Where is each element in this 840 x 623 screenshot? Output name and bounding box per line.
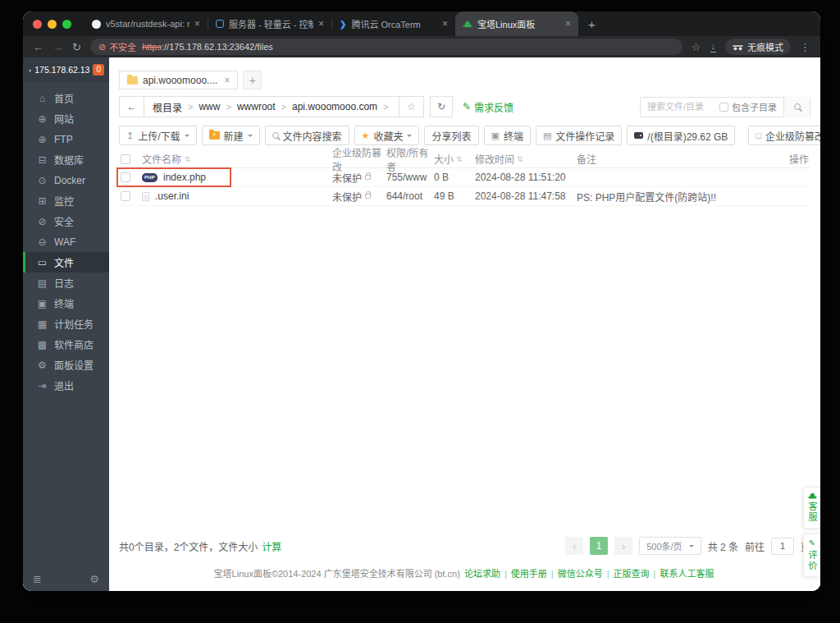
col-size[interactable]: 大小 — [434, 152, 454, 166]
sidebar-item-monitor[interactable]: ⊞监控 — [23, 190, 109, 211]
sort-icon[interactable]: ⇅ — [517, 155, 523, 163]
collapse-sidebar-icon[interactable]: ≣ — [33, 573, 42, 585]
sidebar-item-logs[interactable]: ▤日志 — [23, 273, 109, 293]
footer-link-wechat[interactable]: 微信公众号 — [558, 569, 603, 579]
forward-icon[interactable]: → — [52, 42, 63, 53]
tab-orcaterm[interactable]: ❯ 腾讯云 OrcaTerm × — [332, 11, 455, 36]
favorite-path-icon[interactable]: ☆ — [399, 97, 423, 117]
favorites-button[interactable]: ★收藏夹 — [354, 126, 420, 145]
back-icon[interactable]: ← — [33, 42, 43, 53]
footer-link-manual[interactable]: 使用手册 — [511, 569, 547, 579]
monitor-icon: ⊞ — [37, 196, 48, 206]
status-bar: 共0个目录，2个文件，文件大小 计算 ‹ 1 › 500条/页 共 2 条 前往… — [119, 537, 810, 563]
tab-bt-panel-active[interactable]: 宝塔Linux面板 × — [455, 11, 578, 36]
calc-size-link[interactable]: 计算 — [262, 539, 281, 553]
breadcrumb-item-site[interactable]: api.wooomooo.com — [292, 101, 377, 112]
breadcrumb-item-root[interactable]: 根目录 — [153, 100, 182, 114]
sidebar-gear-icon[interactable]: ⚙ — [89, 573, 99, 585]
sidebar-item-waf[interactable]: ⊖WAF — [23, 231, 109, 252]
tab-close-icon[interactable]: × — [442, 18, 448, 30]
downloads-icon[interactable]: ↓ — [710, 42, 717, 53]
refresh-button[interactable]: ↻ — [430, 96, 453, 117]
footer-link-support[interactable]: 联系人工客服 — [660, 569, 714, 579]
new-item-button[interactable]: 新建 — [202, 126, 260, 145]
col-filename[interactable]: 文件名称 — [142, 152, 181, 166]
search-button[interactable] — [783, 97, 810, 117]
tab-close-icon[interactable]: × — [318, 18, 324, 30]
prev-page-button[interactable]: ‹ — [565, 537, 583, 555]
chrome-menu-icon[interactable]: ⋮ — [800, 42, 810, 53]
sidebar-item-files[interactable]: ▭文件 — [23, 252, 109, 273]
log-icon: ▤ — [37, 278, 48, 288]
sidebar-item-label: Docker — [54, 175, 85, 186]
sidebar-item-security[interactable]: ⊘安全 — [23, 211, 109, 231]
row-checkbox[interactable] — [121, 191, 130, 201]
table-row[interactable]: .user.ini 未保护 644/root 49 B 2024-08-28 1… — [119, 187, 810, 206]
unlock-icon[interactable] — [365, 175, 371, 180]
footer-link-forum[interactable]: 论坛求助 — [464, 569, 500, 579]
next-page-button[interactable]: › — [614, 537, 632, 555]
tab-github[interactable]: v5star/rustdesk-api: rustdesk × — [84, 11, 208, 36]
review-button[interactable]: ✎ 评价 — [803, 534, 820, 577]
tamper-proof-button[interactable]: □企业级防篡改 — [748, 126, 820, 145]
zoom-window-button[interactable] — [62, 20, 71, 29]
bookmark-star-icon[interactable]: ☆ — [692, 42, 701, 53]
terminal-icon: ▣ — [491, 131, 500, 140]
path-back-icon[interactable]: ← — [120, 97, 144, 117]
file-name[interactable]: index.php — [163, 172, 206, 183]
sidebar-item-website[interactable]: ⊕网站 — [23, 108, 109, 129]
sidebar-item-ftp[interactable]: ⊕FTP — [23, 129, 109, 149]
content-search-button[interactable]: 文件内容搜索 — [265, 126, 349, 145]
new-tab-button[interactable]: + — [578, 17, 605, 31]
select-all-checkbox[interactable] — [121, 154, 130, 164]
upload-download-button[interactable]: ↥上传/下载 — [119, 126, 197, 145]
sidebar-item-database[interactable]: ⊟数据库 — [23, 149, 109, 170]
sidebar-item-settings[interactable]: ⚙面板设置 — [23, 355, 109, 375]
message-count-badge[interactable]: 0 — [93, 64, 104, 76]
feedback-link[interactable]: ✎ 需求反馈 — [463, 100, 514, 114]
tencent-cloud-icon — [216, 20, 224, 28]
minimize-window-button[interactable] — [48, 20, 57, 29]
subdir-checkbox[interactable] — [719, 103, 728, 112]
file-name[interactable]: .user.ini — [155, 190, 189, 202]
goto-page-input[interactable] — [771, 538, 794, 555]
address-bar[interactable]: ⊘ 不安全 https://175.178.62.13:23642/files — [90, 39, 682, 55]
sidebar-item-logout[interactable]: ⇥退出 — [23, 375, 109, 396]
server-header[interactable]: 175.178.62.13 0 — [23, 57, 109, 82]
breadcrumb-item-wwwroot[interactable]: wwwroot — [237, 101, 276, 112]
unlock-icon[interactable] — [365, 194, 371, 199]
add-file-tab-button[interactable]: + — [243, 71, 262, 89]
sidebar-item-terminal[interactable]: ▣终端 — [23, 293, 109, 314]
footer-link-license[interactable]: 正版查询 — [614, 569, 650, 579]
reload-icon[interactable]: ↻ — [72, 42, 81, 53]
sidebar-item-docker[interactable]: ⊙Docker — [23, 170, 109, 190]
file-tab-active[interactable]: api.wooomooo.... × — [119, 71, 238, 89]
security-badge[interactable]: ⊘ 不安全 — [98, 40, 136, 53]
sidebar-item-cron[interactable]: ▦计划任务 — [23, 314, 109, 334]
current-page-button[interactable]: 1 — [590, 537, 608, 555]
sort-icon[interactable]: ⇅ — [456, 155, 463, 163]
include-subdir-option[interactable]: 包含子目录 — [719, 100, 783, 113]
sidebar-item-appstore[interactable]: ▩软件商店 — [23, 334, 109, 355]
breadcrumb-item-www[interactable]: www — [199, 101, 220, 112]
col-mtime[interactable]: 修改时间 — [475, 152, 514, 166]
file-tab-close-icon[interactable]: × — [224, 75, 230, 86]
tab-close-icon[interactable]: × — [565, 18, 571, 30]
close-window-button[interactable] — [33, 20, 42, 29]
tab-lighthouse-console[interactable]: 服务器 - 轻量云 - 控制台 × — [208, 11, 331, 36]
browser-tabs: v5star/rustdesk-api: rustdesk × 服务器 - 轻量… — [84, 11, 820, 36]
sidebar-item-home[interactable]: ⌂首页 — [23, 88, 109, 108]
search-input[interactable] — [641, 102, 719, 112]
terminal-button[interactable]: ▣终端 — [484, 126, 531, 145]
table-row[interactable]: PHPindex.php 未保护 755/www 0 B 2024-08-28 … — [119, 168, 810, 187]
folder-icon: ▭ — [37, 258, 48, 268]
tab-close-icon[interactable]: × — [194, 18, 200, 30]
file-remark[interactable]: PS: PHP用户配置文件(防跨站)!! — [577, 190, 765, 204]
page-size-select[interactable]: 500条/页 — [639, 537, 701, 555]
row-checkbox[interactable] — [121, 172, 130, 182]
customer-service-button[interactable]: 客服 — [803, 487, 820, 529]
share-list-button[interactable]: 分享列表 — [424, 126, 478, 145]
sort-icon[interactable]: ⇅ — [185, 155, 191, 163]
disk-usage-button[interactable]: /(根目录)29.62 GB — [627, 126, 735, 145]
file-log-button[interactable]: ▤文件操作记录 — [536, 126, 622, 145]
